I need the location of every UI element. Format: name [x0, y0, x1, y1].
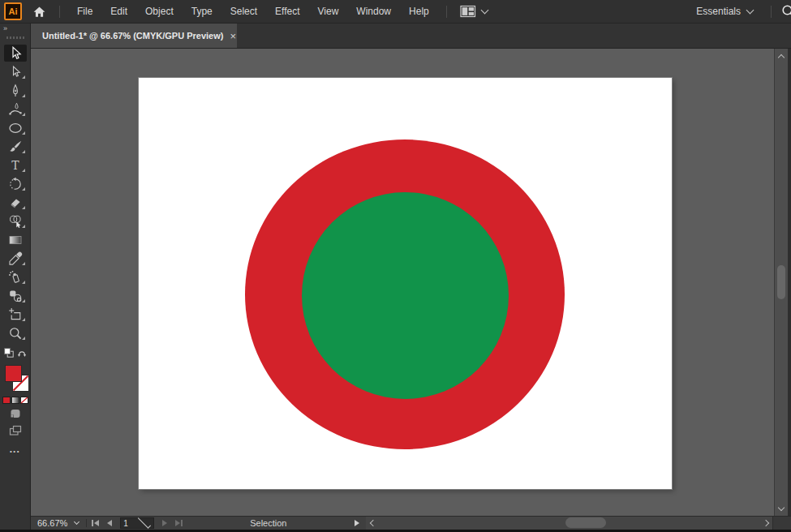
menu-window[interactable]: Window [347, 0, 400, 23]
toolbar-grip[interactable] [6, 36, 24, 39]
home-icon[interactable] [27, 2, 51, 21]
main-menu: File Edit Object Type Select Effect View… [68, 0, 438, 23]
scroll-right-arrow[interactable] [761, 517, 772, 530]
chevron-down-icon [746, 6, 754, 15]
menu-bar: Ai File Edit Object Type Select Effect V… [0, 0, 791, 24]
curvature-tool[interactable] [4, 101, 27, 118]
document-tab[interactable]: Untitled-1* @ 66.67% (CMYK/GPU Preview) … [31, 24, 237, 48]
menu-effect[interactable]: Effect [266, 0, 308, 23]
artboard[interactable] [139, 78, 672, 489]
screen-mode-button[interactable] [4, 423, 27, 438]
svg-text:T: T [11, 158, 19, 171]
tools-panel: » [0, 24, 31, 530]
previous-artboard-button[interactable] [105, 520, 114, 526]
menu-file[interactable]: File [68, 0, 101, 23]
color-mode-button[interactable] [2, 397, 11, 404]
default-fill-stroke-button[interactable] [3, 347, 15, 362]
menubar-divider [771, 6, 772, 18]
menu-type[interactable]: Type [183, 0, 221, 23]
menubar-divider [446, 6, 447, 18]
menu-view[interactable]: View [309, 0, 348, 23]
scrollbar-corner [772, 517, 791, 530]
blend-tool[interactable] [4, 287, 27, 304]
chevron-down-icon [138, 516, 151, 529]
type-tool[interactable]: T [4, 157, 27, 174]
toolbar-expand-button[interactable]: » [0, 24, 30, 34]
fill-stroke-swatches [0, 364, 31, 395]
artboard-number-field[interactable]: 1 [120, 517, 154, 529]
screen-mode-icon [8, 423, 23, 438]
chevron-down-icon [480, 6, 488, 15]
status-menu-arrow[interactable] [355, 518, 359, 528]
menu-select[interactable]: Select [221, 0, 266, 23]
edit-toolbar-button[interactable]: ••• [10, 448, 20, 455]
draw-normal-icon [8, 406, 23, 421]
chevron-down-icon [74, 519, 80, 525]
workspace-label: Essentials [696, 6, 741, 17]
paintbrush-tool[interactable] [4, 138, 27, 155]
arrange-documents-icon [460, 5, 476, 18]
zoom-level-dropdown[interactable]: 66.67% [31, 518, 84, 528]
paint-mode-buttons [2, 397, 28, 404]
artboard-navigation: 1 [89, 517, 185, 529]
arrange-documents-button[interactable] [455, 5, 492, 18]
menubar-divider [59, 6, 60, 18]
status-bar: 66.67% 1 Selection [31, 516, 791, 530]
swap-fill-stroke-icon[interactable] [16, 347, 28, 362]
menu-help[interactable]: Help [400, 0, 438, 23]
rotate-tool[interactable] [4, 175, 27, 192]
last-artboard-button[interactable] [173, 520, 185, 526]
canvas[interactable] [31, 49, 774, 516]
pen-tool[interactable] [4, 82, 27, 99]
menu-object[interactable]: Object [136, 0, 183, 23]
app-logo-ai[interactable]: Ai [4, 2, 22, 20]
horizontal-scrollbar[interactable] [366, 517, 772, 530]
search-icon[interactable] [780, 2, 791, 21]
statusbar-divider [86, 519, 87, 527]
inner-green-circle[interactable] [302, 192, 509, 399]
scroll-down-arrow[interactable] [775, 503, 788, 514]
symbol-sprayer-tool[interactable] [4, 268, 27, 285]
ellipse-tool[interactable] [4, 119, 27, 136]
vertical-scrollbar-thumb[interactable] [777, 265, 785, 299]
eyedropper-tool[interactable] [4, 250, 27, 267]
document-tab-bar: Untitled-1* @ 66.67% (CMYK/GPU Preview) … [31, 24, 791, 49]
vertical-scrollbar[interactable] [774, 49, 788, 516]
none-mode-button[interactable] [20, 397, 28, 404]
illustrator-window: Ai File Edit Object Type Select Effect V… [0, 0, 791, 532]
next-artboard-button[interactable] [160, 520, 170, 526]
horizontal-scrollbar-thumb[interactable] [565, 517, 606, 528]
drawing-mode-button[interactable] [4, 405, 27, 421]
status-text: Selection [185, 518, 351, 528]
direct-selection-tool[interactable] [4, 63, 27, 80]
close-icon[interactable]: × [228, 30, 238, 42]
horizontal-scrollbar-track[interactable] [377, 517, 761, 530]
scroll-left-arrow[interactable] [366, 517, 377, 530]
gradient-mode-button[interactable] [11, 397, 19, 404]
shape-builder-tool[interactable] [4, 212, 27, 230]
artboard-number-value: 1 [123, 519, 137, 528]
zoom-tool[interactable] [4, 324, 27, 341]
artboard-tool[interactable] [4, 306, 27, 323]
zoom-level-value: 66.67% [37, 518, 67, 528]
gradient-tool[interactable] [4, 231, 27, 248]
selection-tool[interactable] [4, 45, 27, 62]
menu-edit[interactable]: Edit [101, 0, 136, 23]
fill-swatch[interactable] [5, 365, 22, 382]
document-tab-title: Untitled-1* @ 66.67% (CMYK/GPU Preview) [42, 31, 223, 41]
scroll-up-arrow[interactable] [775, 50, 788, 62]
right-edge-strip [788, 49, 791, 516]
first-artboard-button[interactable] [89, 520, 101, 526]
workspace-switcher[interactable]: Essentials [696, 6, 763, 17]
eraser-tool[interactable] [4, 194, 27, 211]
